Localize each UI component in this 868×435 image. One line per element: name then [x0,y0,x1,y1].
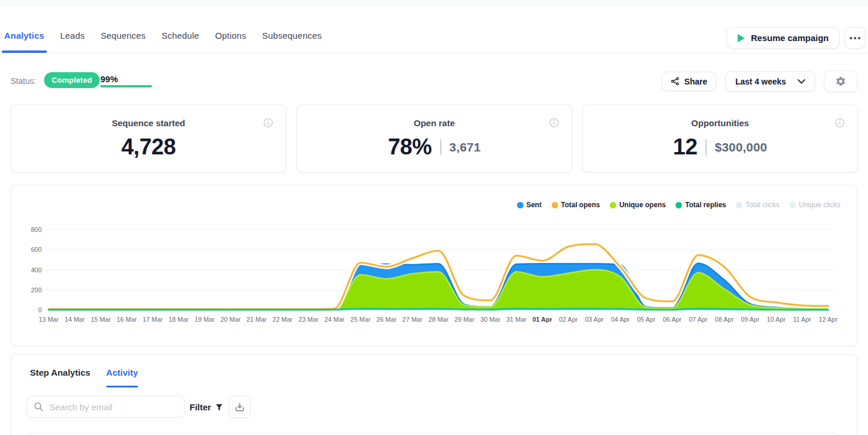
metric-value: 4,728 [121,134,176,160]
tab-schedule[interactable]: Schedule [161,22,199,53]
progress-bar [100,85,152,87]
progress-percent: 99% [100,74,118,84]
export-download-button[interactable] [229,396,251,418]
metric-secondary-value: $300,000 [715,140,767,154]
svg-text:26 Mar: 26 Mar [376,316,397,323]
svg-text:06 Apr: 06 Apr [663,316,681,323]
svg-text:12 Apr: 12 Apr [819,316,837,323]
search-icon [34,402,43,412]
svg-text:16 Mar: 16 Mar [117,316,137,323]
status-label: Status: [11,76,36,86]
activity-table [26,433,842,435]
chevron-down-icon [798,79,805,84]
metric-value: 12 [673,134,697,160]
tab-options[interactable]: Options [215,22,246,53]
share-button[interactable]: Share [661,72,717,91]
activity-tabs: Step Analytics Activity [30,367,138,387]
activity-panel: Step Analytics Activity Filter [11,354,857,435]
settings-button[interactable] [824,70,857,92]
svg-text:800: 800 [31,226,42,233]
info-icon[interactable] [835,118,845,127]
svg-text:04 Apr: 04 Apr [611,316,630,323]
svg-text:18 Mar: 18 Mar [168,316,189,323]
campaign-chart[interactable]: 020040060080013 Mar14 Mar15 Mar16 Mar17 … [11,186,858,349]
svg-text:400: 400 [31,267,42,274]
svg-text:22 Mar: 22 Mar [272,316,293,323]
funnel-icon [215,403,224,412]
nav-tabs: Analytics Leads Sequences Schedule Optio… [4,22,322,53]
campaign-chart-card: SentTotal opensUnique opensTotal replies… [11,185,857,346]
metric-title: Opportunities [583,118,857,128]
info-icon[interactable] [264,118,273,127]
value-divider [705,139,707,156]
search-box [26,396,185,418]
svg-text:14 Mar: 14 Mar [65,316,85,323]
metric-title: Sequence started [11,118,286,128]
tab-subsequences[interactable]: Subsequences [262,22,322,53]
svg-text:29 Mar: 29 Mar [454,316,475,323]
svg-text:25 Mar: 25 Mar [350,316,371,323]
resume-campaign-label: Resume campaign [751,33,829,43]
svg-text:02 Apr: 02 Apr [559,316,577,323]
svg-text:03 Apr: 03 Apr [585,316,604,323]
svg-text:15 Mar: 15 Mar [90,316,111,323]
share-label: Share [684,77,707,86]
metric-title: Open rate [297,118,572,128]
svg-text:19 Mar: 19 Mar [194,316,215,323]
filter-label: Filter [190,402,211,412]
metric-secondary-value: 3,671 [450,140,481,154]
svg-text:28 Mar: 28 Mar [428,316,449,323]
svg-text:05 Apr: 05 Apr [637,316,656,323]
svg-text:11 Apr: 11 Apr [793,316,811,323]
value-divider [440,139,441,156]
svg-text:30 Mar: 30 Mar [480,316,501,323]
tab-sequences[interactable]: Sequences [100,22,146,53]
svg-text:08 Apr: 08 Apr [715,316,734,323]
tab-leads[interactable]: Leads [60,22,85,53]
svg-text:24 Mar: 24 Mar [325,316,345,323]
campaign-navbar: Analytics Leads Sequences Schedule Optio… [0,6,868,53]
svg-text:200: 200 [31,286,42,294]
svg-text:09 Apr: 09 Apr [741,316,759,323]
svg-text:01 Apr: 01 Apr [532,316,553,323]
play-icon [738,34,745,42]
svg-text:20 Mar: 20 Mar [221,316,241,323]
svg-text:31 Mar: 31 Mar [506,316,527,323]
gear-icon [835,76,846,87]
filter-button[interactable]: Filter [190,396,224,418]
svg-text:13 Mar: 13 Mar [39,316,59,323]
svg-text:23 Mar: 23 Mar [299,316,319,323]
metric-value: 78% [388,134,432,160]
metric-card-open-rate: Open rate 78% 3,671 [296,104,572,173]
svg-text:27 Mar: 27 Mar [403,316,423,323]
svg-text:07 Apr: 07 Apr [689,316,708,323]
tab-step-analytics[interactable]: Step Analytics [30,367,90,387]
resume-campaign-button[interactable]: Resume campaign [727,27,840,49]
date-range-value: Last 4 weeks [735,77,786,86]
tab-activity[interactable]: Activity [106,367,138,387]
status-badge: Completed [44,72,100,88]
svg-text:17 Mar: 17 Mar [143,316,163,323]
svg-text:10 Apr: 10 Apr [767,316,786,323]
metric-card-opportunities: Opportunities 12 $300,000 [582,104,858,173]
date-range-select[interactable]: Last 4 weeks [725,71,815,92]
metric-card-sequence-started: Sequence started 4,728 [11,104,286,173]
tab-analytics[interactable]: Analytics [4,22,45,53]
search-input[interactable] [49,402,177,412]
svg-text:600: 600 [31,246,42,253]
analytics-page: Analytics Leads Sequences Schedule Optio… [0,0,868,435]
svg-text:21 Mar: 21 Mar [246,316,267,323]
top-strip [0,0,868,5]
info-icon[interactable] [549,118,559,127]
svg-text:0: 0 [38,306,42,313]
download-icon [235,402,245,412]
ellipsis-icon [850,37,860,39]
status-toolbar: Status: Completed 99% Share Last 4 weeks [0,69,868,95]
more-options-button[interactable] [845,27,866,49]
share-nodes-icon [671,77,680,86]
